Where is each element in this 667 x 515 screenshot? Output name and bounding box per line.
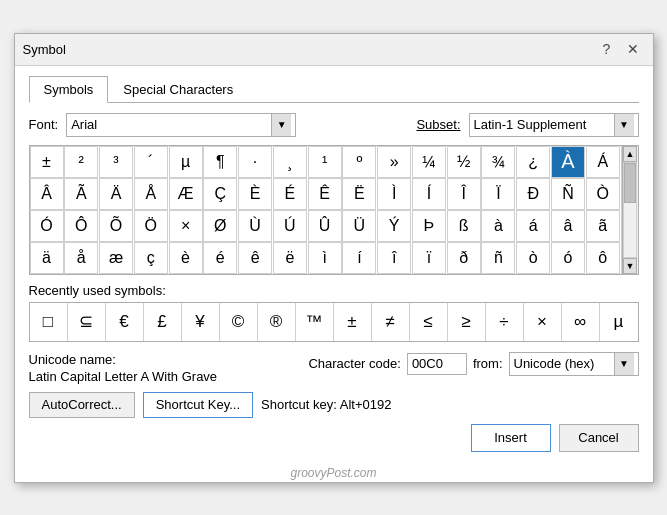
- recent-symbol-cell[interactable]: ±: [334, 303, 372, 341]
- symbol-cell[interactable]: ä: [30, 242, 64, 274]
- symbol-cell[interactable]: æ: [99, 242, 133, 274]
- symbol-cell[interactable]: Ø: [203, 210, 237, 242]
- help-button[interactable]: ?: [595, 37, 619, 61]
- scroll-down[interactable]: ▼: [623, 258, 637, 274]
- symbol-cell[interactable]: ¿: [516, 146, 550, 178]
- charcode-input[interactable]: [407, 353, 467, 375]
- symbol-cell[interactable]: ¸: [273, 146, 307, 178]
- symbol-cell[interactable]: ò: [516, 242, 550, 274]
- recent-symbol-cell[interactable]: €: [106, 303, 144, 341]
- symbol-cell[interactable]: Â: [30, 178, 64, 210]
- symbol-cell[interactable]: Û: [308, 210, 342, 242]
- symbol-cell[interactable]: Ü: [342, 210, 376, 242]
- symbol-cell[interactable]: ñ: [481, 242, 515, 274]
- symbol-cell[interactable]: ×: [169, 210, 203, 242]
- symbol-cell[interactable]: î: [377, 242, 411, 274]
- shortcut-key-button[interactable]: Shortcut Key...: [143, 392, 253, 418]
- symbol-cell[interactable]: Ç: [203, 178, 237, 210]
- recent-symbol-cell[interactable]: ×: [524, 303, 562, 341]
- symbol-cell[interactable]: À: [551, 146, 585, 178]
- scrollbar[interactable]: ▲ ▼: [622, 146, 638, 274]
- symbol-cell[interactable]: ¼: [412, 146, 446, 178]
- symbol-cell[interactable]: á: [516, 210, 550, 242]
- symbol-cell[interactable]: ·: [238, 146, 272, 178]
- symbol-cell[interactable]: ô: [586, 242, 620, 274]
- recent-symbol-cell[interactable]: ≤: [410, 303, 448, 341]
- symbol-cell[interactable]: Ä: [99, 178, 133, 210]
- symbol-cell[interactable]: Ï: [481, 178, 515, 210]
- symbol-cell[interactable]: Î: [447, 178, 481, 210]
- recent-symbol-cell[interactable]: ¥: [182, 303, 220, 341]
- tab-special-characters[interactable]: Special Characters: [108, 76, 248, 103]
- symbol-cell[interactable]: Á: [586, 146, 620, 178]
- symbol-cell[interactable]: Ó: [30, 210, 64, 242]
- symbol-cell[interactable]: ´: [134, 146, 168, 178]
- symbol-cell[interactable]: »: [377, 146, 411, 178]
- symbol-cell[interactable]: Ê: [308, 178, 342, 210]
- symbol-cell[interactable]: é: [203, 242, 237, 274]
- symbol-cell[interactable]: Æ: [169, 178, 203, 210]
- symbol-cell[interactable]: Ð: [516, 178, 550, 210]
- symbol-cell[interactable]: ²: [64, 146, 98, 178]
- symbol-cell[interactable]: Ã: [64, 178, 98, 210]
- symbol-cell[interactable]: ã: [586, 210, 620, 242]
- symbol-cell[interactable]: Þ: [412, 210, 446, 242]
- symbol-cell[interactable]: ê: [238, 242, 272, 274]
- recent-symbol-cell[interactable]: □: [30, 303, 68, 341]
- recent-symbol-cell[interactable]: ⊆: [68, 303, 106, 341]
- symbol-cell[interactable]: º: [342, 146, 376, 178]
- subset-combo[interactable]: Latin-1 Supplement ▼: [469, 113, 639, 137]
- symbol-cell[interactable]: Ú: [273, 210, 307, 242]
- close-button[interactable]: ✕: [621, 37, 645, 61]
- symbol-cell[interactable]: È: [238, 178, 272, 210]
- symbol-cell[interactable]: Í: [412, 178, 446, 210]
- symbol-cell[interactable]: ¾: [481, 146, 515, 178]
- scroll-track[interactable]: [623, 162, 637, 258]
- symbol-cell[interactable]: ó: [551, 242, 585, 274]
- symbol-cell[interactable]: Ë: [342, 178, 376, 210]
- tab-symbols[interactable]: Symbols: [29, 76, 109, 103]
- symbol-cell[interactable]: Õ: [99, 210, 133, 242]
- cancel-button[interactable]: Cancel: [559, 424, 639, 452]
- symbol-cell[interactable]: ë: [273, 242, 307, 274]
- symbol-cell[interactable]: â: [551, 210, 585, 242]
- symbol-cell[interactable]: Ù: [238, 210, 272, 242]
- symbol-cell[interactable]: Ò: [586, 178, 620, 210]
- font-combo[interactable]: Arial ▼: [66, 113, 296, 137]
- recent-symbol-cell[interactable]: µ: [600, 303, 638, 341]
- symbol-cell[interactable]: ½: [447, 146, 481, 178]
- insert-button[interactable]: Insert: [471, 424, 551, 452]
- symbol-cell[interactable]: Ô: [64, 210, 98, 242]
- symbol-cell[interactable]: Ý: [377, 210, 411, 242]
- autocorrect-button[interactable]: AutoCorrect...: [29, 392, 135, 418]
- symbol-cell[interactable]: Å: [134, 178, 168, 210]
- symbol-cell[interactable]: Ö: [134, 210, 168, 242]
- scroll-up[interactable]: ▲: [623, 146, 637, 162]
- recent-symbol-cell[interactable]: ≠: [372, 303, 410, 341]
- symbol-cell[interactable]: è: [169, 242, 203, 274]
- symbol-cell[interactable]: ð: [447, 242, 481, 274]
- recent-symbol-cell[interactable]: ™: [296, 303, 334, 341]
- recent-symbol-cell[interactable]: ÷: [486, 303, 524, 341]
- symbol-cell[interactable]: å: [64, 242, 98, 274]
- symbol-cell[interactable]: ³: [99, 146, 133, 178]
- symbol-cell[interactable]: í: [342, 242, 376, 274]
- recent-symbol-cell[interactable]: ≥: [448, 303, 486, 341]
- symbol-cell[interactable]: ì: [308, 242, 342, 274]
- symbol-cell[interactable]: ±: [30, 146, 64, 178]
- symbol-cell[interactable]: ï: [412, 242, 446, 274]
- recent-symbol-cell[interactable]: £: [144, 303, 182, 341]
- symbol-cell[interactable]: É: [273, 178, 307, 210]
- from-combo[interactable]: Unicode (hex) ▼: [509, 352, 639, 376]
- recent-symbol-cell[interactable]: ®: [258, 303, 296, 341]
- symbol-cell[interactable]: ß: [447, 210, 481, 242]
- recent-symbol-cell[interactable]: ©: [220, 303, 258, 341]
- symbol-cell[interactable]: µ: [169, 146, 203, 178]
- symbol-cell[interactable]: ¶: [203, 146, 237, 178]
- symbol-cell[interactable]: ¹: [308, 146, 342, 178]
- symbol-cell[interactable]: à: [481, 210, 515, 242]
- symbol-cell[interactable]: ç: [134, 242, 168, 274]
- symbol-cell[interactable]: Ñ: [551, 178, 585, 210]
- symbol-cell[interactable]: Ì: [377, 178, 411, 210]
- recent-symbol-cell[interactable]: ∞: [562, 303, 600, 341]
